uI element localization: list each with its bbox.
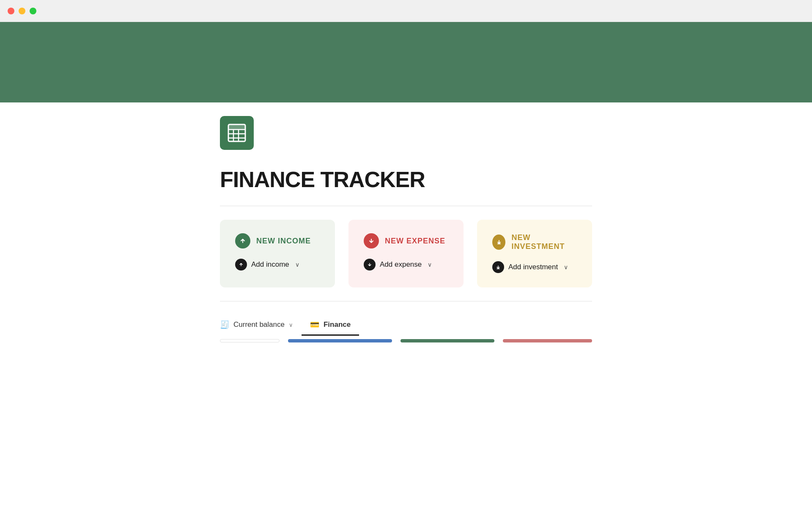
expense-card-icon: [364, 233, 379, 248]
add-income-arrow-icon: [238, 261, 244, 268]
spreadsheet-svg: [226, 122, 248, 144]
bar-red: [503, 339, 592, 342]
income-card-title: NEW INCOME: [256, 237, 311, 246]
income-chevron-icon: ∨: [295, 261, 299, 268]
add-income-icon: [235, 259, 247, 271]
close-button[interactable]: [8, 8, 14, 14]
expense-card-header: NEW EXPENSE: [364, 233, 448, 248]
expense-chevron-icon: ∨: [428, 261, 432, 268]
expense-card-title: NEW EXPENSE: [385, 237, 445, 246]
expense-arrow-icon: [367, 237, 376, 245]
add-investment-arrow-icon: [495, 264, 502, 271]
page-title: FINANCE TRACKER: [220, 160, 592, 192]
add-expense-label: Add expense: [380, 260, 422, 269]
investment-chevron-icon: ∨: [564, 264, 568, 271]
add-expense-arrow-icon: [366, 261, 373, 268]
investment-card-title: NEW INVESTMENT: [511, 233, 577, 251]
expense-card: NEW EXPENSE Add expense ∨: [348, 220, 464, 287]
add-investment-icon: [492, 261, 504, 273]
investment-card-icon: [492, 235, 505, 250]
cards-row: NEW INCOME Add income ∨: [220, 220, 592, 287]
investment-download-icon: [495, 238, 503, 246]
bottom-bars: [220, 339, 592, 342]
add-expense-icon: [364, 259, 376, 271]
balance-tab-icon: 🧾: [220, 320, 229, 329]
svg-rect-6: [228, 124, 245, 130]
bar-blue: [288, 339, 392, 342]
tab-finance-label: Finance: [324, 320, 351, 329]
balance-tab-chevron-icon: ∨: [289, 322, 293, 328]
tab-current-balance[interactable]: 🧾 Current balance ∨: [220, 315, 302, 336]
title-bar: [0, 0, 812, 22]
bar-green: [401, 339, 494, 342]
app-icon: [220, 116, 254, 150]
add-investment-label: Add investment: [508, 263, 558, 271]
bottom-divider: [220, 301, 592, 301]
maximize-button[interactable]: [30, 8, 36, 14]
investment-card-header: NEW INVESTMENT: [492, 233, 577, 251]
add-expense-button[interactable]: Add expense ∨: [364, 259, 448, 271]
finance-tab-icon: 💳: [310, 320, 319, 329]
income-card-icon: [235, 233, 250, 248]
main-content: FINANCE TRACKER NEW INCOME: [152, 102, 660, 342]
tabs-row: 🧾 Current balance ∨ 💳 Finance: [220, 315, 592, 336]
top-divider: [220, 206, 592, 206]
income-card-header: NEW INCOME: [235, 233, 320, 248]
add-investment-button[interactable]: Add investment ∨: [492, 261, 577, 273]
header-banner: [0, 22, 812, 102]
minimize-button[interactable]: [19, 8, 25, 14]
income-card: NEW INCOME Add income ∨: [220, 220, 335, 287]
add-income-button[interactable]: Add income ∨: [235, 259, 320, 271]
tab-current-balance-label: Current balance: [233, 320, 285, 329]
income-arrow-icon: [239, 237, 247, 245]
bar-white: [220, 339, 280, 342]
investment-card: NEW INVESTMENT Add investment ∨: [477, 220, 592, 287]
tab-finance[interactable]: 💳 Finance: [302, 315, 359, 336]
icon-area: [220, 102, 592, 160]
add-income-label: Add income: [251, 260, 289, 269]
